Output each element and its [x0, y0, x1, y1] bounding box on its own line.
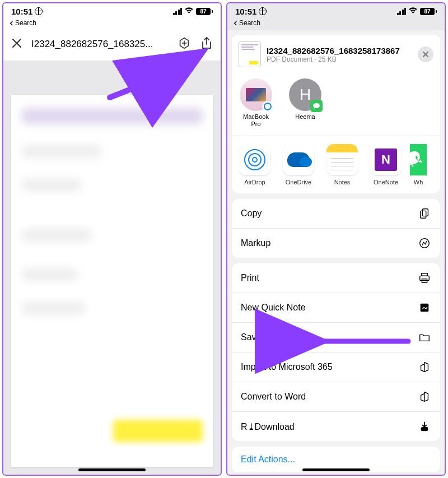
- close-share-button[interactable]: [418, 47, 433, 62]
- onenote-icon: N: [370, 144, 402, 175]
- document-toolbar: I2324_882682576_168325...: [3, 30, 221, 61]
- copy-icon: [418, 207, 431, 220]
- file-thumbnail: [239, 41, 261, 67]
- action-new-quick-note[interactable]: New Quick Note: [232, 293, 440, 322]
- status-time: 10:51: [11, 7, 32, 16]
- cellular-icon: [397, 8, 407, 15]
- home-indicator[interactable]: [78, 468, 146, 471]
- globe-icon: [35, 7, 43, 15]
- app-onenote[interactable]: N OneNote: [366, 144, 405, 185]
- back-label: Search: [239, 19, 260, 27]
- svg-rect-0: [422, 209, 428, 216]
- macbook-avatar-icon: [240, 78, 272, 111]
- status-bar: 10:51 87: [3, 3, 221, 19]
- quick-note-icon: [418, 301, 431, 314]
- home-indicator[interactable]: [302, 468, 370, 471]
- share-sheet[interactable]: I2324_882682576_1683258173867 PDF Docume…: [227, 30, 445, 475]
- document-page: [11, 95, 213, 467]
- action-markup[interactable]: Markup: [232, 228, 440, 258]
- status-bar: 10:51 87: [227, 3, 445, 19]
- action-save-to-files[interactable]: Save to Files: [232, 322, 440, 352]
- airdrop-badge-icon: [262, 101, 273, 112]
- share-header: I2324_882682576_1683258173867 PDF Docume…: [232, 35, 440, 74]
- right-screenshot: 10:51 87 Search I2324_882682576_16832581…: [226, 2, 446, 476]
- print-icon: [418, 271, 431, 285]
- microsoft-365-icon: [418, 390, 431, 403]
- app-airdrop[interactable]: AirDrop: [235, 144, 274, 185]
- contact-label: MacBook Pro: [239, 113, 273, 128]
- download-icon: [418, 420, 431, 433]
- whatsapp-icon: [410, 144, 427, 175]
- share-button[interactable]: [200, 36, 213, 52]
- action-print[interactable]: Print: [232, 263, 440, 293]
- svg-rect-1: [421, 211, 426, 219]
- status-time: 10:51: [235, 7, 256, 16]
- airdrop-icon: [239, 144, 270, 175]
- svg-rect-4: [420, 276, 430, 281]
- app-onedrive[interactable]: OneDrive: [279, 144, 318, 185]
- app-whatsapp[interactable]: Wh: [410, 144, 427, 185]
- contact-heema[interactable]: H Heema: [288, 78, 323, 128]
- globe-icon: [259, 7, 267, 15]
- markup-icon: [418, 236, 431, 250]
- wifi-icon: [408, 7, 418, 16]
- action-import-microsoft-365[interactable]: Import to Microsoft 365: [232, 352, 440, 382]
- share-file-subtitle: PDF Document · 25 KB: [267, 55, 412, 63]
- app-notes[interactable]: Notes: [323, 144, 362, 185]
- back-to-search[interactable]: Search: [227, 19, 445, 30]
- microsoft-365-icon: [418, 360, 431, 374]
- back-to-search[interactable]: Search: [3, 19, 221, 30]
- airdrop-contacts-row: MacBook Pro H Heema: [232, 74, 440, 136]
- contact-macbook-pro[interactable]: MacBook Pro: [239, 78, 273, 128]
- action-group-2: Print New Quick Note Save to Files Impor…: [232, 263, 440, 441]
- folder-icon: [418, 331, 431, 344]
- onedrive-icon: [283, 144, 314, 175]
- file-title: I2324_882682576_168325...: [31, 39, 168, 50]
- action-convert-to-word[interactable]: Convert to Word: [232, 382, 440, 411]
- share-file-title: I2324_882682576_1683258173867: [267, 46, 412, 55]
- action-rdownload[interactable]: R⤓Download: [232, 411, 440, 441]
- action-copy[interactable]: Copy: [232, 199, 440, 228]
- notes-icon: [326, 144, 358, 175]
- messages-badge-icon: [310, 100, 323, 112]
- add-to-drive-icon[interactable]: [177, 36, 192, 53]
- back-label: Search: [15, 19, 36, 27]
- battery-icon: 87: [420, 8, 437, 15]
- cellular-icon: [173, 8, 183, 15]
- action-group-1: Copy Markup: [232, 199, 440, 258]
- battery-icon: 87: [196, 8, 213, 15]
- wifi-icon: [184, 7, 194, 16]
- initial-avatar-icon: H: [289, 78, 321, 111]
- left-screenshot: 10:51 87 Search I2324_882682576_168325..…: [2, 2, 222, 476]
- close-button[interactable]: [11, 38, 22, 51]
- document-preview-area[interactable]: [3, 61, 221, 475]
- share-apps-row[interactable]: AirDrop OneDrive Notes N OneNote Wh: [232, 136, 440, 193]
- contact-label: Heema: [295, 113, 315, 120]
